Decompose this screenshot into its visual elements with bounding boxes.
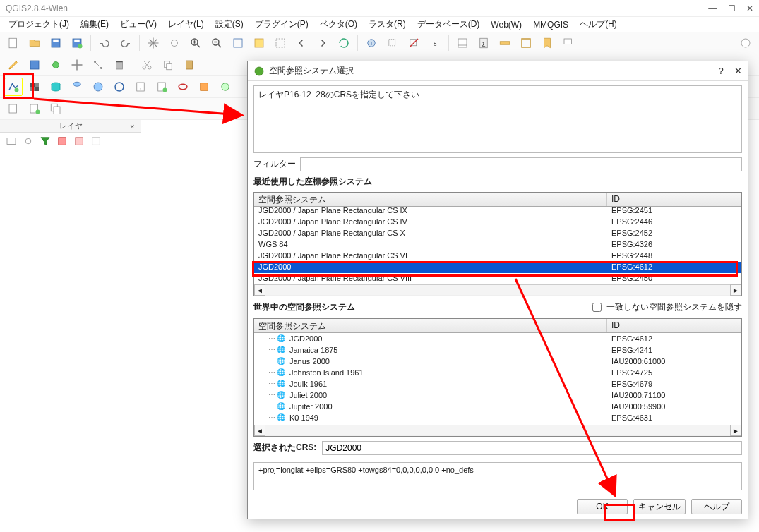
dialog-close-icon[interactable]: ✕ [734,66,742,76]
menu-database[interactable]: データベース(D) [413,17,484,32]
filter-input[interactable] [300,157,742,171]
manage-visibility-icon[interactable] [21,134,35,148]
paste-icon[interactable] [180,56,198,74]
scroll-right-icon[interactable]: ► [730,284,741,296]
copy-icon[interactable] [159,56,177,74]
menu-vector[interactable]: ベクタ(O) [316,17,361,32]
filter-legend-icon[interactable] [38,134,52,148]
recent-crs-rows[interactable]: WGS 84 / Pseudo MercatorEPSG:3857JGD2000… [254,207,741,284]
zoom-selection-icon[interactable] [250,34,268,52]
menu-layer[interactable]: レイヤ(L) [164,17,208,32]
recent-crs-row[interactable]: JGD2000 / Japan Plane Rectangular CS VII… [254,273,741,284]
add-raster-layer-icon[interactable] [25,78,44,96]
open-attribute-icon[interactable] [453,34,472,52]
pan-selection-icon[interactable] [165,34,184,52]
add-wcs-layer-icon[interactable] [216,78,234,96]
select-rect-icon[interactable] [383,34,402,52]
zoom-next-icon[interactable] [313,34,332,52]
close-icon[interactable]: ✕ [746,4,753,13]
add-feature-icon[interactable] [47,56,65,74]
maximize-icon[interactable]: ☐ [728,4,736,13]
menu-mmqgis[interactable]: MMQGIS [529,18,573,31]
zoom-full-icon[interactable] [229,34,247,52]
python-console-icon[interactable] [736,34,755,52]
col-crs-id[interactable]: ID [607,193,741,206]
new-project-icon[interactable] [4,34,23,52]
scroll-right-icon[interactable]: ► [730,425,741,436]
add-vector-layer-icon[interactable] [4,78,23,96]
zoom-in-icon[interactable] [186,34,205,52]
add-csv-layer-icon[interactable]: , [131,78,150,96]
add-wfs-layer-icon[interactable] [110,78,129,96]
expand-all-icon[interactable] [55,134,69,148]
refresh-icon[interactable] [335,34,353,52]
world-crs-row[interactable]: ⋯🌐Juliet 2000IAU2000:71100 [254,389,741,401]
recent-crs-row[interactable]: JGD2000 / Japan Plane Rectangular CS XEP… [254,228,741,239]
composer-manager-icon[interactable] [4,99,23,118]
save-as-icon[interactable] [68,34,86,52]
world-crs-row[interactable]: ⋯🌐Janus 2000IAU2000:61000 [254,356,741,367]
world-crs-row[interactable]: ⋯🌐Johnston Island 1961EPSG:4725 [254,367,741,378]
select-expression-icon[interactable]: ε [426,34,444,52]
menu-help[interactable]: ヘルプ(H) [575,17,621,32]
duplicate-composer-icon[interactable] [47,99,65,118]
recent-scroll-h[interactable]: ◄ ► [254,284,741,296]
add-mssql-layer-icon[interactable] [195,78,213,96]
zoom-layer-icon[interactable] [271,34,289,52]
collapse-all-icon[interactable] [72,134,86,148]
world-crs-rows[interactable]: ⋯🌐JGD2000EPSG:4612⋯🌐Jamaica 1875EPSG:424… [254,333,741,425]
panel-close-icon[interactable]: × [130,122,134,131]
cut-icon[interactable] [138,56,156,74]
open-project-icon[interactable] [25,34,44,52]
menu-project[interactable]: プロジェクト(J) [4,17,73,32]
world-scroll-h[interactable]: ◄ ► [254,425,741,436]
identify-icon[interactable]: i [362,34,381,52]
recent-crs-row[interactable]: JGD2000 / Japan Plane Rectangular CS VIE… [254,250,741,262]
recent-crs-row[interactable]: JGD2000EPSG:4612 [254,262,741,273]
new-composer-icon[interactable] [25,99,44,118]
world-crs-row[interactable]: ⋯🌐Jamaica 1875EPSG:4241 [254,344,741,356]
cancel-button[interactable]: キャンセル [633,499,686,514]
add-wms-layer-icon[interactable] [89,78,107,96]
dialog-help-icon[interactable]: ? [718,66,723,76]
world-crs-row[interactable]: ⋯🌐K0 1949EPSG:4631 [254,412,741,423]
minimize-icon[interactable]: — [708,4,717,13]
hide-unmatched-checkbox[interactable]: 一致しない空間参照システムを隠す [590,301,742,314]
world-crs-row[interactable]: ⋯🌐JGD2000EPSG:4612 [254,333,741,344]
deselect-icon[interactable] [405,34,423,52]
redo-icon[interactable] [116,34,135,52]
menu-raster[interactable]: ラスタ(R) [364,17,410,32]
scroll-left-icon[interactable]: ◄ [254,284,265,296]
add-spatialite-layer-icon[interactable] [68,78,86,96]
move-feature-icon[interactable] [68,56,86,74]
world-crs-row[interactable]: ⋯🌐Jupiter 2000IAU2000:59900 [254,401,741,412]
zoom-last-icon[interactable] [292,34,311,52]
scroll-left-icon[interactable]: ◄ [254,425,265,436]
delete-icon[interactable] [110,56,129,74]
menu-web[interactable]: Web(W) [486,18,526,31]
add-postgis-layer-icon[interactable] [47,78,65,96]
menu-plugin[interactable]: プラグイン(P) [251,17,313,32]
add-group-icon[interactable] [4,134,18,148]
measure-line-icon[interactable] [496,34,514,52]
menu-edit[interactable]: 編集(E) [76,17,113,32]
bookmark-icon[interactable] [538,34,556,52]
menu-view[interactable]: ビュー(V) [116,17,161,32]
field-calc-icon[interactable]: ∑ [474,34,493,52]
pan-icon[interactable] [144,34,162,52]
remove-layer-icon[interactable] [89,134,103,148]
save-icon[interactable] [47,34,65,52]
menu-settings[interactable]: 設定(S) [211,17,248,32]
ok-button[interactable]: OK [577,499,628,514]
world-crs-row[interactable]: ⋯🌐Jouik 1961EPSG:4679 [254,378,741,389]
node-tool-icon[interactable] [89,56,107,74]
recent-crs-row[interactable]: JGD2000 / Japan Plane Rectangular CS IVE… [254,217,741,228]
world-crs-row[interactable]: ⋯🌐KKJEPSG:4123 [254,423,741,425]
recent-crs-row[interactable]: WGS 84EPSG:4326 [254,239,741,250]
measure-area-icon[interactable] [517,34,535,52]
help-button[interactable]: ヘルプ [691,499,742,514]
col-world-name[interactable]: 空間参照システム [254,319,607,332]
toggle-edit-icon[interactable] [4,56,23,74]
new-shapefile-icon[interactable] [153,78,171,96]
recent-crs-row[interactable]: JGD2000 / Japan Plane Rectangular CS IXE… [254,207,741,217]
